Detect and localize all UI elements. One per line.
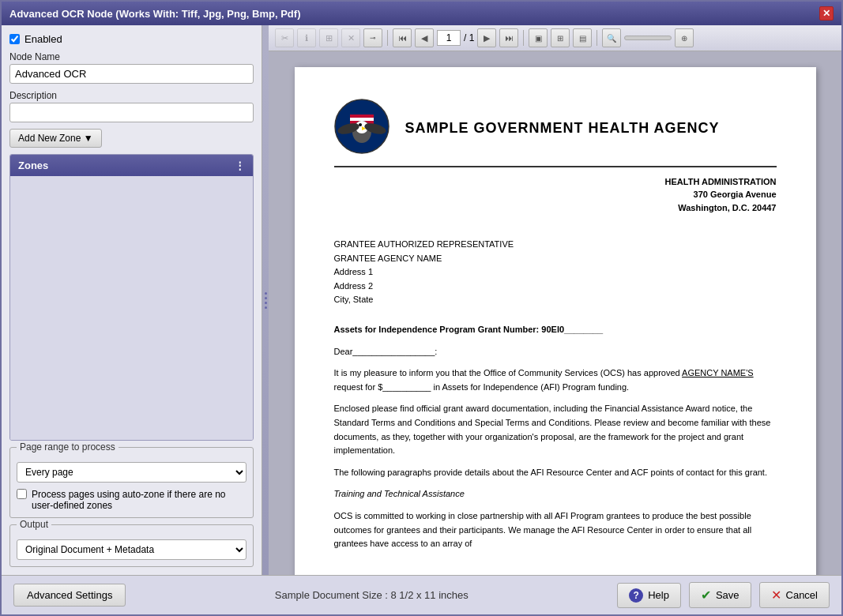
view-mode-2-button[interactable]: ⊞ [551, 28, 570, 47]
health-admin-line3: Washington, D.C. 20447 [334, 201, 777, 215]
action-buttons: ? Help ✔ Save ✕ Cancel [617, 582, 830, 608]
page-range-section: Page range to process Every page Process… [9, 447, 254, 518]
city-state: City, State [334, 293, 777, 307]
doc-size-label: Sample Document Size : 8 1/2 x 11 inches [275, 589, 469, 601]
para4-title: Training and Technical Assistance [334, 487, 777, 501]
paragraph-1: It is my pleasure to inform you that the… [334, 366, 777, 394]
x-icon: ✕ [771, 588, 781, 603]
node-name-label: Node Name [9, 51, 254, 62]
cancel-button[interactable]: ✕ Cancel [759, 582, 830, 608]
save-label: Save [716, 589, 740, 601]
window-title: Advanced OCR Node (Works With: Tiff, Jpg… [9, 8, 300, 20]
zoom-in-button[interactable]: ⊕ [675, 28, 694, 47]
next-page-button[interactable]: ▶ [477, 28, 496, 47]
enabled-checkbox[interactable] [9, 34, 20, 44]
first-page-button[interactable]: ⏮ [393, 28, 412, 47]
doc-body: GRANTEE AUTHORIZED REPRESENTATIVE GRANTE… [334, 238, 777, 551]
agency-name: SAMPLE GOVERNMENT HEALTH AGENCY [405, 118, 720, 139]
view-mode-3-button[interactable]: ▤ [573, 28, 592, 47]
document-area[interactable]: SAMPLE GOVERNMENT HEALTH AGENCY HEALTH A… [269, 51, 841, 575]
camera-button[interactable]: ⊞ [319, 28, 338, 47]
zoom-slider[interactable] [624, 36, 672, 40]
add-zone-button[interactable]: Add New Zone ▼ [9, 129, 102, 148]
agency-name-underline: AGENCY NAME'S [682, 368, 754, 377]
cancel-label: Cancel [786, 589, 818, 601]
node-name-field: Node Name [9, 51, 254, 84]
grant-number-text: Assets for Independence Program Grant Nu… [334, 325, 604, 334]
separator-2 [523, 30, 524, 46]
page-range-legend: Page range to process [17, 441, 119, 453]
address1: Address 1 [334, 265, 777, 280]
output-select[interactable]: Original Document + Metadata [17, 539, 247, 560]
auto-zone-label: Process pages using auto-zone if there a… [32, 489, 247, 511]
header-divider [334, 166, 777, 167]
zones-title: Zones [18, 160, 48, 171]
zones-menu-icon[interactable]: ⋮ [235, 160, 245, 171]
check-icon: ✔ [701, 588, 711, 603]
grantee-line2: GRANTEE AGENCY NAME [334, 252, 777, 266]
save-button[interactable]: ✔ Save [689, 582, 751, 608]
grant-number-line: Assets for Independence Program Grant Nu… [334, 323, 777, 337]
zoom-out-button[interactable]: 🔍 [602, 28, 621, 47]
delete-button[interactable]: ✕ [341, 28, 360, 47]
advanced-settings-button[interactable]: Advanced Settings [13, 584, 126, 607]
description-input[interactable] [9, 103, 254, 122]
last-page-button[interactable]: ⏭ [499, 28, 518, 47]
page-range-select[interactable]: Every page [17, 462, 247, 483]
auto-zone-checkbox[interactable] [17, 489, 27, 499]
document-page: SAMPLE GOVERNMENT HEALTH AGENCY HEALTH A… [295, 67, 816, 575]
health-admin-line1: HEALTH ADMINISTRATION [334, 175, 777, 189]
paragraph-3: The following paragraphs provide details… [334, 466, 777, 480]
health-admin-line2: 370 Georgia Avenue [334, 188, 777, 201]
zones-body [10, 176, 253, 440]
resize-dot-3 [265, 302, 267, 304]
document-toolbar: ✂ ℹ ⊞ ✕ ⊸ ⏮ ◀ / 1 ▶ ⏭ ▣ ⊞ ▤ 🔍 ⊕ [269, 25, 841, 51]
enabled-label: Enabled [24, 33, 62, 45]
help-label: Help [648, 589, 669, 601]
paragraph-4: OCS is committed to working in close par… [334, 509, 777, 551]
svg-rect-2 [350, 118, 374, 121]
bottom-bar: Advanced Settings Sample Document Size :… [2, 575, 841, 614]
paragraph-2: Enclosed please find official grant awar… [334, 402, 777, 457]
right-panel: ✂ ℹ ⊞ ✕ ⊸ ⏮ ◀ / 1 ▶ ⏭ ▣ ⊞ ▤ 🔍 ⊕ [269, 25, 841, 575]
view-mode-1-button[interactable]: ▣ [529, 28, 548, 47]
health-admin: HEALTH ADMINISTRATION 370 Georgia Avenue… [334, 175, 777, 215]
description-label: Description [9, 90, 254, 101]
main-content: Enabled Node Name Description Add New Zo… [2, 25, 841, 575]
title-bar: Advanced OCR Node (Works With: Tiff, Jpg… [2, 2, 841, 25]
agency-logo [334, 99, 390, 158]
resize-dot-1 [265, 292, 267, 295]
agency-name-container: SAMPLE GOVERNMENT HEALTH AGENCY [405, 118, 720, 139]
scissors-button[interactable]: ✂ [275, 28, 294, 47]
expand-button[interactable]: ⊸ [363, 28, 382, 47]
prev-page-button[interactable]: ◀ [415, 28, 434, 47]
description-field: Description [9, 90, 254, 122]
main-window: Advanced OCR Node (Works With: Tiff, Jpg… [0, 0, 843, 616]
add-zone-container: Add New Zone ▼ [9, 129, 254, 148]
resize-dot-2 [265, 297, 267, 299]
auto-zone-row: Process pages using auto-zone if there a… [17, 489, 247, 511]
enabled-row: Enabled [9, 33, 254, 45]
resize-handle[interactable] [262, 25, 269, 575]
grantee-line1: GRANTEE AUTHORIZED REPRESENTATIVE [334, 238, 777, 252]
dear-line: Dear_________________: [334, 345, 777, 359]
help-button[interactable]: ? Help [617, 583, 681, 608]
close-button[interactable]: ✕ [819, 6, 834, 21]
resize-dot-4 [265, 306, 267, 309]
left-panel: Enabled Node Name Description Add New Zo… [2, 25, 262, 575]
info-button[interactable]: ℹ [297, 28, 316, 47]
svg-point-10 [359, 123, 362, 126]
output-legend: Output [17, 519, 51, 530]
page-number-input[interactable] [437, 30, 461, 46]
zones-header: Zones ⋮ [10, 155, 253, 176]
separator-3 [596, 30, 597, 46]
svg-rect-1 [350, 115, 374, 118]
page-total: / 1 [464, 32, 474, 43]
address2: Address 2 [334, 280, 777, 294]
help-icon: ? [629, 588, 643, 603]
doc-header: SAMPLE GOVERNMENT HEALTH AGENCY [334, 99, 777, 158]
zones-panel: Zones ⋮ [9, 154, 254, 441]
output-section: Output Original Document + Metadata [9, 524, 254, 567]
separator-1 [387, 30, 388, 46]
node-name-input[interactable] [9, 64, 254, 84]
